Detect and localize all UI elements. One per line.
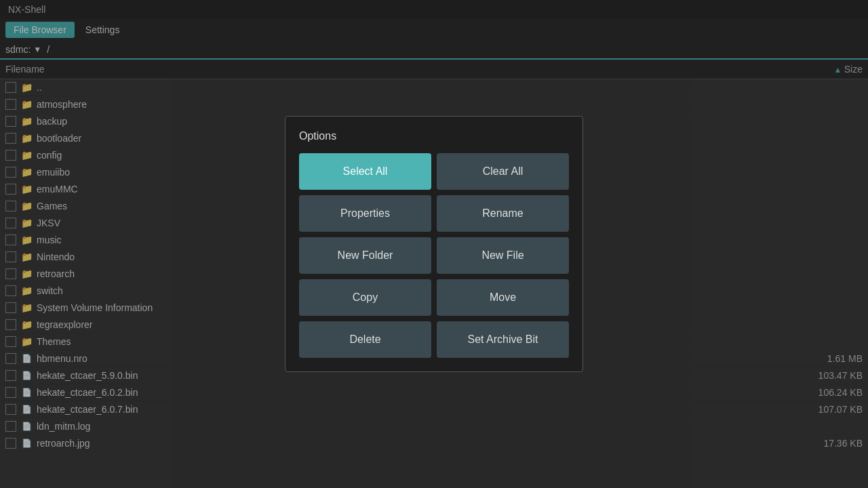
option-properties-button[interactable]: Properties [299,195,431,232]
options-grid: Select AllClear AllPropertiesRenameNew F… [299,153,569,358]
option-new-file-button[interactable]: New File [437,237,569,274]
option-set-archive-bit-button[interactable]: Set Archive Bit [437,321,569,358]
options-title: Options [299,130,569,142]
option-move-button[interactable]: Move [437,279,569,316]
option-new-folder-button[interactable]: New Folder [299,237,431,274]
overlay[interactable]: Options Select AllClear AllPropertiesRen… [0,0,868,488]
options-dialog: Options Select AllClear AllPropertiesRen… [285,116,583,372]
option-copy-button[interactable]: Copy [299,279,431,316]
option-rename-button[interactable]: Rename [437,195,569,232]
option-delete-button[interactable]: Delete [299,321,431,358]
option-clear-all-button[interactable]: Clear All [437,153,569,190]
option-select-all-button[interactable]: Select All [299,153,431,190]
